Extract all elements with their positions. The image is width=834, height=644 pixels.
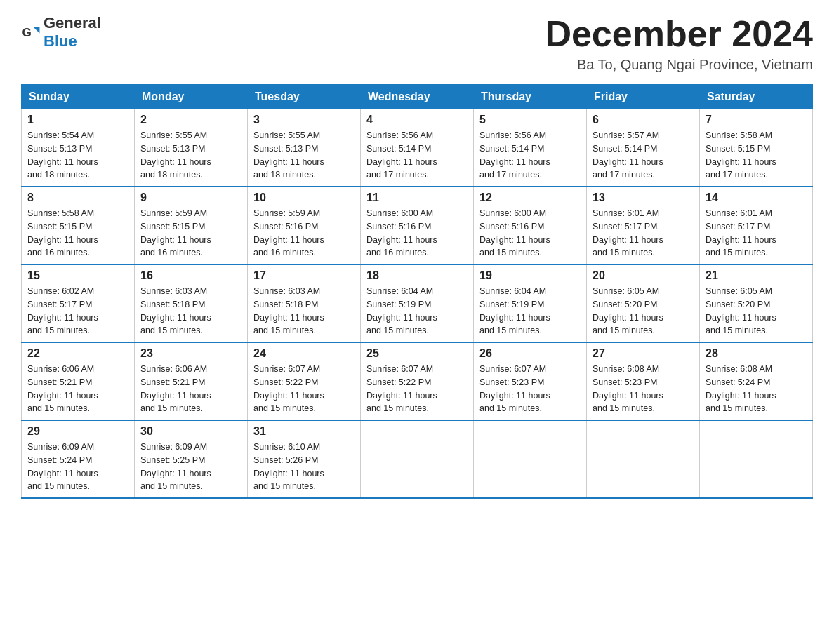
day-info: Sunrise: 5:57 AMSunset: 5:14 PMDaylight:… <box>593 129 694 182</box>
day-info: Sunrise: 6:09 AMSunset: 5:24 PMDaylight:… <box>27 441 128 493</box>
day-info: Sunrise: 5:56 AMSunset: 5:14 PMDaylight:… <box>366 129 468 182</box>
calendar-cell: 2 Sunrise: 5:55 AMSunset: 5:13 PMDayligh… <box>135 109 248 187</box>
day-number: 1 <box>27 114 128 126</box>
calendar-cell: 8 Sunrise: 5:58 AMSunset: 5:15 PMDayligh… <box>22 187 135 264</box>
calendar-cell: 5 Sunrise: 5:56 AMSunset: 5:14 PMDayligh… <box>474 109 587 187</box>
day-number: 10 <box>253 192 355 204</box>
day-number: 30 <box>140 425 241 438</box>
calendar-cell: 9 Sunrise: 5:59 AMSunset: 5:15 PMDayligh… <box>135 187 248 264</box>
day-info: Sunrise: 6:05 AMSunset: 5:20 PMDaylight:… <box>593 285 694 337</box>
day-info: Sunrise: 5:59 AMSunset: 5:15 PMDaylight:… <box>140 207 241 260</box>
calendar-cell: 30 Sunrise: 6:09 AMSunset: 5:25 PMDaylig… <box>135 420 248 498</box>
day-number: 28 <box>706 347 807 360</box>
calendar-cell: 17 Sunrise: 6:03 AMSunset: 5:18 PMDaylig… <box>248 264 361 342</box>
calendar-cell: 21 Sunrise: 6:05 AMSunset: 5:20 PMDaylig… <box>700 264 813 342</box>
day-number: 26 <box>479 347 581 360</box>
day-number: 29 <box>27 425 128 438</box>
day-info: Sunrise: 5:58 AMSunset: 5:15 PMDaylight:… <box>706 129 807 182</box>
calendar-cell: 12 Sunrise: 6:00 AMSunset: 5:16 PMDaylig… <box>474 187 587 264</box>
day-info: Sunrise: 6:01 AMSunset: 5:17 PMDaylight:… <box>593 207 694 260</box>
calendar-cell: 31 Sunrise: 6:10 AMSunset: 5:26 PMDaylig… <box>248 420 361 498</box>
logo[interactable]: G General Blue <box>21 14 101 51</box>
day-info: Sunrise: 6:04 AMSunset: 5:19 PMDaylight:… <box>479 285 581 337</box>
header-thursday: Thursday <box>474 85 587 109</box>
svg-text:G: G <box>22 26 32 39</box>
day-info: Sunrise: 6:10 AMSunset: 5:26 PMDaylight:… <box>253 441 355 493</box>
day-number: 16 <box>140 269 241 282</box>
day-number: 14 <box>706 192 807 204</box>
logo-text-general: General <box>44 14 101 32</box>
day-info: Sunrise: 6:05 AMSunset: 5:20 PMDaylight:… <box>706 285 807 337</box>
calendar-cell: 24 Sunrise: 6:07 AMSunset: 5:22 PMDaylig… <box>248 342 361 420</box>
calendar-cell <box>474 420 587 498</box>
calendar-cell: 11 Sunrise: 6:00 AMSunset: 5:16 PMDaylig… <box>361 187 474 264</box>
subtitle: Ba To, Quang Ngai Province, Vietnam <box>545 57 813 73</box>
day-number: 21 <box>706 269 807 282</box>
day-number: 20 <box>593 269 694 282</box>
day-number: 8 <box>27 192 128 204</box>
day-number: 12 <box>479 192 581 204</box>
day-number: 17 <box>253 269 355 282</box>
calendar-cell: 27 Sunrise: 6:08 AMSunset: 5:23 PMDaylig… <box>587 342 700 420</box>
header-saturday: Saturday <box>700 85 813 109</box>
day-info: Sunrise: 6:07 AMSunset: 5:23 PMDaylight:… <box>479 363 581 415</box>
main-title: December 2024 <box>545 14 813 54</box>
calendar-cell <box>700 420 813 498</box>
calendar-cell: 14 Sunrise: 6:01 AMSunset: 5:17 PMDaylig… <box>700 187 813 264</box>
day-number: 24 <box>253 347 355 360</box>
day-info: Sunrise: 6:03 AMSunset: 5:18 PMDaylight:… <box>253 285 355 337</box>
day-info: Sunrise: 6:07 AMSunset: 5:22 PMDaylight:… <box>253 363 355 415</box>
day-number: 3 <box>253 114 355 126</box>
page-header: G General Blue December 2024 Ba To, Quan… <box>21 14 813 73</box>
calendar-cell: 28 Sunrise: 6:08 AMSunset: 5:24 PMDaylig… <box>700 342 813 420</box>
day-number: 2 <box>140 114 241 126</box>
calendar-cell: 15 Sunrise: 6:02 AMSunset: 5:17 PMDaylig… <box>22 264 135 342</box>
calendar-cell: 25 Sunrise: 6:07 AMSunset: 5:22 PMDaylig… <box>361 342 474 420</box>
calendar-cell: 6 Sunrise: 5:57 AMSunset: 5:14 PMDayligh… <box>587 109 700 187</box>
calendar-cell: 16 Sunrise: 6:03 AMSunset: 5:18 PMDaylig… <box>135 264 248 342</box>
week-row-2: 8 Sunrise: 5:58 AMSunset: 5:15 PMDayligh… <box>22 187 813 264</box>
calendar-cell: 23 Sunrise: 6:06 AMSunset: 5:21 PMDaylig… <box>135 342 248 420</box>
day-number: 22 <box>27 347 128 360</box>
calendar-cell: 10 Sunrise: 5:59 AMSunset: 5:16 PMDaylig… <box>248 187 361 264</box>
header-friday: Friday <box>587 85 700 109</box>
calendar-cell: 19 Sunrise: 6:04 AMSunset: 5:19 PMDaylig… <box>474 264 587 342</box>
day-number: 25 <box>366 347 468 360</box>
calendar-cell <box>587 420 700 498</box>
week-row-4: 22 Sunrise: 6:06 AMSunset: 5:21 PMDaylig… <box>22 342 813 420</box>
day-number: 6 <box>593 114 694 126</box>
day-info: Sunrise: 5:59 AMSunset: 5:16 PMDaylight:… <box>253 207 355 260</box>
calendar-cell: 3 Sunrise: 5:55 AMSunset: 5:13 PMDayligh… <box>248 109 361 187</box>
day-info: Sunrise: 5:54 AMSunset: 5:13 PMDaylight:… <box>27 129 128 182</box>
calendar-cell: 1 Sunrise: 5:54 AMSunset: 5:13 PMDayligh… <box>22 109 135 187</box>
header-wednesday: Wednesday <box>361 85 474 109</box>
day-info: Sunrise: 6:02 AMSunset: 5:17 PMDaylight:… <box>27 285 128 337</box>
day-number: 13 <box>593 192 694 204</box>
week-row-1: 1 Sunrise: 5:54 AMSunset: 5:13 PMDayligh… <box>22 109 813 187</box>
calendar-cell <box>361 420 474 498</box>
day-info: Sunrise: 6:06 AMSunset: 5:21 PMDaylight:… <box>27 363 128 415</box>
calendar-cell: 26 Sunrise: 6:07 AMSunset: 5:23 PMDaylig… <box>474 342 587 420</box>
day-info: Sunrise: 6:07 AMSunset: 5:22 PMDaylight:… <box>366 363 468 415</box>
calendar-cell: 18 Sunrise: 6:04 AMSunset: 5:19 PMDaylig… <box>361 264 474 342</box>
day-info: Sunrise: 5:58 AMSunset: 5:15 PMDaylight:… <box>27 207 128 260</box>
day-info: Sunrise: 6:04 AMSunset: 5:19 PMDaylight:… <box>366 285 468 337</box>
week-row-3: 15 Sunrise: 6:02 AMSunset: 5:17 PMDaylig… <box>22 264 813 342</box>
header-monday: Monday <box>135 85 248 109</box>
day-info: Sunrise: 5:55 AMSunset: 5:13 PMDaylight:… <box>140 129 241 182</box>
day-info: Sunrise: 5:56 AMSunset: 5:14 PMDaylight:… <box>479 129 581 182</box>
calendar-cell: 7 Sunrise: 5:58 AMSunset: 5:15 PMDayligh… <box>700 109 813 187</box>
day-number: 4 <box>366 114 468 126</box>
calendar-header-row: SundayMondayTuesdayWednesdayThursdayFrid… <box>22 85 813 109</box>
calendar-cell: 13 Sunrise: 6:01 AMSunset: 5:17 PMDaylig… <box>587 187 700 264</box>
day-number: 31 <box>253 425 355 438</box>
day-number: 11 <box>366 192 468 204</box>
day-info: Sunrise: 6:08 AMSunset: 5:24 PMDaylight:… <box>706 363 807 415</box>
day-number: 15 <box>27 269 128 282</box>
day-info: Sunrise: 6:03 AMSunset: 5:18 PMDaylight:… <box>140 285 241 337</box>
calendar-cell: 22 Sunrise: 6:06 AMSunset: 5:21 PMDaylig… <box>22 342 135 420</box>
svg-marker-1 <box>33 27 39 33</box>
calendar-table: SundayMondayTuesdayWednesdayThursdayFrid… <box>21 84 813 499</box>
day-info: Sunrise: 6:08 AMSunset: 5:23 PMDaylight:… <box>593 363 694 415</box>
calendar-cell: 29 Sunrise: 6:09 AMSunset: 5:24 PMDaylig… <box>22 420 135 498</box>
